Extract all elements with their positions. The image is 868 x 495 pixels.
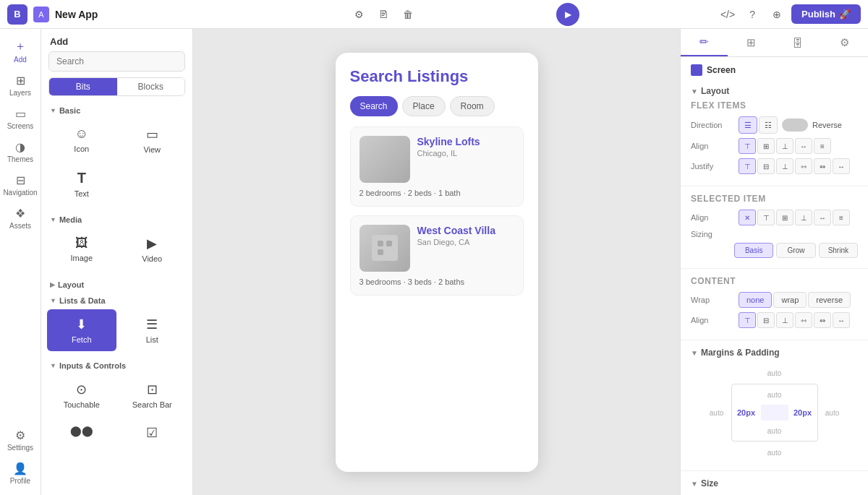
share-icon-btn[interactable]: ⊕ xyxy=(767,4,787,25)
layout-collapse-icon[interactable]: ▼ xyxy=(691,87,698,95)
section-basic[interactable]: ▼ Basic xyxy=(41,102,192,118)
comp-checkbox[interactable]: ☑ xyxy=(118,418,187,451)
svg-rect-0 xyxy=(372,235,398,261)
right-tab-style[interactable]: ✏ xyxy=(681,29,728,56)
direction-row-btn[interactable]: ☰ xyxy=(739,116,757,134)
justify-around-btn[interactable]: ⇔ xyxy=(814,158,831,174)
sel-align-auto-btn[interactable]: ✕ xyxy=(739,210,756,225)
direction-col-btn[interactable]: ☷ xyxy=(759,116,778,134)
sizing-shrink-btn[interactable]: Shrink xyxy=(819,243,858,258)
settings-icon-btn[interactable]: ⚙ xyxy=(349,4,369,25)
listing-card-0[interactable]: Skyline Lofts Chicago, IL 2 bedrooms · 2… xyxy=(350,126,524,207)
ca-between-btn[interactable]: ⇿ xyxy=(795,312,812,328)
sidebar-item-profile[interactable]: 👤 Profile xyxy=(2,457,38,489)
align-stretch-btn[interactable]: ↔ xyxy=(795,138,812,154)
comp-touchable[interactable]: ⊙ Touchable xyxy=(47,374,116,416)
help-icon-btn[interactable]: ? xyxy=(742,4,762,25)
comp-video-label: Video xyxy=(142,254,162,263)
align-baseline-btn[interactable]: ≡ xyxy=(814,138,831,154)
right-tab-data[interactable]: 🗄 xyxy=(775,29,822,56)
phone-tab-room[interactable]: Room xyxy=(450,96,495,116)
align-center-btn[interactable]: ⊞ xyxy=(757,138,775,154)
align-end-btn[interactable]: ⊥ xyxy=(776,138,793,154)
comp-icon[interactable]: ☺ Icon xyxy=(47,119,116,161)
play-button[interactable]: ▶ xyxy=(556,3,579,26)
topbar-right: </> ? ⊕ Publish 🚀 xyxy=(718,4,861,25)
sidebar-item-navigation[interactable]: ⊟ Navigation xyxy=(2,169,38,201)
sidebar-item-layers[interactable]: ⊞ Layers xyxy=(2,69,38,101)
justify-between-btn[interactable]: ⇿ xyxy=(795,158,812,174)
selected-align-btn-group: ✕ ⊤ ⊞ ⊥ ↔ ≡ xyxy=(739,210,850,225)
listing-detail-1: 3 bedrooms · 3 beds · 2 baths xyxy=(359,277,514,286)
duplicate-icon-btn[interactable]: 🖹 xyxy=(373,4,393,25)
ca-center-btn[interactable]: ⊟ xyxy=(757,312,775,328)
comp-searchbar-label: Search Bar xyxy=(132,400,172,409)
content-align-row: Align ⊤ ⊟ ⊥ ⇿ ⇔ ↔ xyxy=(691,312,858,328)
reverse-toggle[interactable] xyxy=(782,119,808,132)
search-box xyxy=(48,51,185,72)
justify-evenly-btn[interactable]: ↔ xyxy=(833,158,850,174)
wrap-reverse-btn[interactable]: reverse xyxy=(808,292,851,308)
wrap-label: Wrap xyxy=(691,296,734,304)
delete-icon-btn[interactable]: 🗑 xyxy=(398,4,418,25)
svg-rect-1 xyxy=(378,241,383,246)
margins-collapse-icon[interactable]: ▼ xyxy=(691,349,698,357)
ca-end-btn[interactable]: ⊥ xyxy=(776,312,793,328)
section-media[interactable]: ▼ Media xyxy=(41,211,192,227)
tab-blocks[interactable]: Blocks xyxy=(117,78,185,95)
sel-align-start-btn[interactable]: ⊤ xyxy=(757,210,775,225)
layout-title: Layout xyxy=(701,86,729,96)
comp-fetch[interactable]: ⬇ Fetch xyxy=(47,309,116,351)
comp-video[interactable]: ▶ Video xyxy=(118,228,187,270)
size-subtitle: ▼ Size xyxy=(691,478,858,488)
comp-list[interactable]: ☰ List xyxy=(118,309,187,351)
sel-align-stretch-btn[interactable]: ↔ xyxy=(814,210,831,225)
assets-icon: ❖ xyxy=(15,207,25,220)
wrap-none-btn[interactable]: none xyxy=(739,292,772,308)
sizing-grow-btn[interactable]: Grow xyxy=(776,243,815,258)
sel-align-center-btn[interactable]: ⊞ xyxy=(776,210,793,225)
margin-bottom: auto xyxy=(731,442,818,463)
comp-text[interactable]: T Text xyxy=(47,163,116,205)
size-collapse-icon[interactable]: ▼ xyxy=(691,480,698,488)
sidebar-item-screens[interactable]: ▭ Screens xyxy=(2,103,38,134)
search-input[interactable] xyxy=(48,51,185,72)
comp-image[interactable]: 🖼 Image xyxy=(47,228,116,270)
tab-bits[interactable]: Bits xyxy=(49,78,117,95)
sel-align-end-btn[interactable]: ⊥ xyxy=(795,210,812,225)
section-lists[interactable]: ▼ Lists & Data xyxy=(41,292,192,308)
comp-toggle[interactable]: ⬤⬤ xyxy=(47,418,116,451)
sizing-basis-btn[interactable]: Basis xyxy=(734,243,773,258)
right-tab-settings[interactable]: ⚙ xyxy=(821,29,868,56)
justify-center-btn[interactable]: ⊟ xyxy=(757,158,775,174)
phone-tab-place[interactable]: Place xyxy=(402,96,446,116)
sidebar-item-themes[interactable]: ◑ Themes xyxy=(2,136,38,168)
margin-grid: auto auto auto 20px 20px auto auto auto xyxy=(702,362,847,463)
basic-grid: ☺ Icon ▭ View T Text xyxy=(41,118,192,211)
listing-card-1[interactable]: West Coast Villa San Diego, CA 3 bedroom… xyxy=(350,215,524,296)
phone-tab-search[interactable]: Search xyxy=(350,96,398,116)
code-icon-btn[interactable]: </> xyxy=(718,4,738,25)
wrap-wrap-btn[interactable]: wrap xyxy=(773,292,807,308)
justify-end-btn[interactable]: ⊥ xyxy=(776,158,793,174)
sidebar-item-add[interactable]: ＋ Add xyxy=(2,35,38,68)
section-inputs[interactable]: ▼ Inputs & Controls xyxy=(41,357,192,373)
sidebar-item-layers-label: Layers xyxy=(9,89,31,97)
sizing-btn-row: Basis Grow Shrink xyxy=(734,243,858,258)
comp-searchbar[interactable]: ⊡ Search Bar xyxy=(118,374,187,416)
margins-title: Margins & Padding xyxy=(701,348,780,358)
ca-around-btn[interactable]: ⇔ xyxy=(814,312,831,328)
padding-box: auto 20px 20px auto xyxy=(731,384,818,442)
publish-button[interactable]: Publish 🚀 xyxy=(791,4,861,24)
sidebar-item-assets[interactable]: ❖ Assets xyxy=(2,202,38,234)
ca-stretch-btn[interactable]: ↔ xyxy=(833,312,850,328)
align-btn-group: ⊤ ⊞ ⊥ ↔ ≡ xyxy=(739,138,831,154)
comp-view[interactable]: ▭ View xyxy=(118,119,187,161)
sel-align-baseline-btn[interactable]: ≡ xyxy=(833,210,850,225)
align-start-btn[interactable]: ⊤ xyxy=(739,138,756,154)
justify-start-btn[interactable]: ⊤ xyxy=(739,158,756,174)
right-tab-layout[interactable]: ⊞ xyxy=(728,29,775,56)
section-layout[interactable]: ▶ Layout xyxy=(41,276,192,292)
ca-start-btn[interactable]: ⊤ xyxy=(739,312,756,328)
sidebar-item-settings[interactable]: ⚙ Settings xyxy=(2,424,38,456)
